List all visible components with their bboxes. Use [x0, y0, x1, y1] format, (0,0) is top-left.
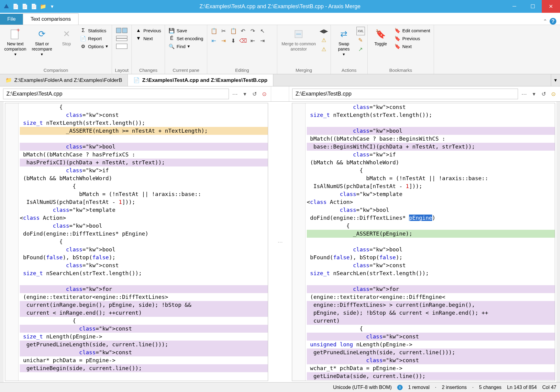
group-label: Editing: [210, 67, 275, 73]
warning-icon[interactable]: ⚠: [320, 36, 328, 44]
find-button[interactable]: 🔍Find ▾: [167, 43, 205, 50]
code-left[interactable]: { class="kw">const size_t nTextLength(st…: [19, 103, 268, 381]
history-icon[interactable]: ↺: [251, 90, 258, 98]
diff-area: { class="kw">const size_t nTextLength(st…: [0, 102, 560, 382]
qat-new-text-icon[interactable]: 📄: [12, 2, 19, 10]
doc-tabs-dropdown[interactable]: ▾: [551, 74, 560, 86]
layout-horizontal-button[interactable]: [114, 27, 129, 34]
edit-comment-button[interactable]: 🔖Edit comment: [393, 27, 432, 34]
dropdown-icon: ▾: [343, 52, 345, 57]
swap-label: Swap panes: [338, 41, 350, 52]
folder-icon: 📁: [5, 77, 12, 83]
pane-left: { class="kw">const size_t nTextLength(st…: [5, 103, 268, 381]
status-dot-icon: ⊙: [261, 90, 268, 98]
overview-right[interactable]: [556, 102, 560, 382]
code-right[interactable]: class="kw">const size_t nTextLength(strT…: [306, 103, 555, 381]
qat-new-folder-icon[interactable]: 📁: [39, 2, 47, 10]
start-recompare-button[interactable]: ⟳ Start or recompare ▾: [30, 27, 54, 58]
pane-right: class="kw">const size_t nTextLength(strT…: [292, 103, 555, 381]
layout-single-button[interactable]: [114, 43, 129, 50]
outdent-icon[interactable]: ⇤: [249, 37, 257, 45]
doc-tab-folder[interactable]: 📁 Z:\Examples\FolderA and Z:\Examples\Fo…: [0, 74, 128, 86]
save-button[interactable]: 💾Save: [167, 27, 205, 34]
qat-dropdown-icon[interactable]: ▾: [48, 2, 56, 10]
save-icon: 💾: [169, 27, 175, 33]
cut-icon[interactable]: ✂: [219, 27, 228, 35]
ribbon: + New text comparison ▾ ⟳ Start or recom…: [0, 25, 560, 74]
warning2-icon[interactable]: ⚠: [320, 45, 328, 54]
file-path-left-input[interactable]: [3, 89, 229, 99]
bookmark-next-icon: 🔖: [394, 43, 401, 49]
help-icon[interactable]: ?: [550, 18, 556, 25]
merge-icon: [292, 28, 305, 40]
overview-left[interactable]: [0, 102, 4, 382]
file-path-right-input[interactable]: [292, 89, 518, 99]
minimize-button[interactable]: ─: [505, 0, 523, 13]
xml-icon[interactable]: XML: [356, 27, 365, 35]
next-change-button[interactable]: ▼Next: [134, 35, 162, 42]
toggle-bookmark-button[interactable]: 🔖 Toggle: [370, 27, 391, 48]
redo-icon[interactable]: ↷: [249, 27, 257, 35]
gutter-right[interactable]: [292, 103, 306, 381]
window-title: Z:\Examples\TestA.cpp and Z:\Examples\Te…: [199, 3, 360, 10]
file-gap: [271, 86, 289, 101]
set-encoding-button[interactable]: ÉSet encoding: [167, 35, 205, 42]
indent-left-icon[interactable]: ⇤: [210, 37, 218, 45]
titlebar: 📄 📄 📄 📁 ▾ Z:\Examples\TestA.cpp and Z:\E…: [0, 0, 560, 13]
dropdown-icon[interactable]: ▾: [241, 90, 248, 98]
qat-new-image-icon[interactable]: 📄: [30, 2, 38, 10]
more-icon[interactable]: ⋯: [520, 90, 528, 98]
qat-new-binary-icon[interactable]: 📄: [21, 2, 29, 10]
edit-icon[interactable]: ✎: [356, 36, 365, 44]
svg-rect-7: [116, 44, 127, 49]
history-icon[interactable]: ↺: [540, 90, 547, 98]
bookmark-edit-icon: 🔖: [394, 27, 401, 33]
undo-icon[interactable]: ↶: [239, 27, 247, 35]
collapse-ribbon-icon[interactable]: ⌃: [543, 18, 547, 25]
previous-change-button[interactable]: ▲Previous: [134, 27, 162, 34]
statistics-button[interactable]: ΣStatistics: [79, 27, 109, 34]
options-button[interactable]: ⚙Options ▾: [79, 43, 109, 50]
maximize-button[interactable]: ☐: [523, 0, 542, 13]
close-button[interactable]: ✕: [542, 0, 560, 13]
group-label: Bookmarks: [370, 67, 432, 73]
swap-panes-button[interactable]: ⇄ Swap panes ▾: [333, 27, 355, 58]
status-changes: 5 changes: [479, 385, 502, 390]
layout-vertical-button[interactable]: [114, 35, 129, 42]
gutter-left[interactable]: [5, 103, 19, 381]
group-layout: Layout: [112, 25, 132, 74]
merge-ancestor-button[interactable]: Merge to common ancestor: [280, 27, 318, 53]
open-icon[interactable]: ↗: [356, 45, 365, 54]
paste-icon[interactable]: 📋: [229, 27, 238, 35]
tab-text-comparisons[interactable]: Text comparisons: [23, 13, 78, 25]
group-label: Layout: [114, 67, 129, 73]
copy-icon[interactable]: 📋: [210, 27, 218, 35]
dropdown-icon: ▾: [41, 52, 43, 57]
new-document-icon: +: [9, 28, 21, 40]
more-icon[interactable]: ⋯: [231, 90, 239, 98]
report-button[interactable]: 📄Report: [79, 35, 109, 42]
stop-button[interactable]: ✕ Stop: [56, 27, 77, 48]
info-icon: i: [397, 385, 403, 390]
svg-marker-0: [4, 4, 9, 8]
tab-file[interactable]: File: [0, 14, 23, 25]
cursor-icon[interactable]: ↖: [258, 27, 267, 35]
merge-left-icon[interactable]: ◀▶: [320, 27, 328, 35]
sort-asc-icon[interactable]: ⬇: [229, 37, 238, 45]
dropdown-icon[interactable]: ▾: [530, 90, 537, 98]
indent-icon[interactable]: ⇥: [258, 37, 267, 45]
group-current-pane: 💾Save ÉSet encoding 🔍Find ▾ Current pane: [165, 25, 207, 74]
status-sep1: ·: [435, 385, 436, 390]
new-text-comparison-button[interactable]: + New text comparison ▾: [2, 27, 28, 58]
prev-bookmark-button[interactable]: 🔖Previous: [393, 35, 432, 42]
svg-rect-3: [116, 28, 121, 33]
status-insertions: 2 insertions: [442, 385, 467, 390]
indent-right-icon[interactable]: ⇥: [219, 37, 228, 45]
group-label: Changes: [134, 67, 162, 73]
doc-tab-text[interactable]: 📄 Z:\Examples\TestA.cpp and Z:\Examples\…: [128, 74, 273, 86]
next-bookmark-button[interactable]: 🔖Next: [393, 43, 432, 50]
app-icon[interactable]: [2, 2, 10, 10]
doc-tab-label: Z:\Examples\TestA.cpp and Z:\Examples\Te…: [142, 77, 267, 83]
group-label: Actions: [333, 67, 365, 73]
delete-icon[interactable]: ⌫: [239, 37, 247, 45]
